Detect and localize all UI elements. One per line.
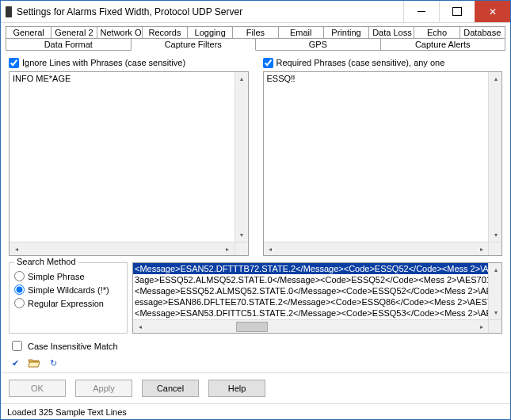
tab-capture-alerts[interactable]: Capture Alerts (380, 38, 506, 51)
radio-regex[interactable]: Regular Expression (14, 296, 122, 310)
radio-simple[interactable]: Simple Phrase (14, 269, 122, 283)
case-insensitive-row[interactable]: Case Insensitive Match (9, 338, 502, 353)
sample-line[interactable]: <Message>ESSQ52.ALMSQ52.STATE.0</Message… (135, 285, 488, 296)
tab-echo[interactable]: Echo (414, 26, 460, 38)
window-title: Settings for Alarms Fixed Width, Protoco… (17, 6, 403, 17)
scroll-corner (235, 242, 248, 255)
case-insensitive-checkbox[interactable] (12, 341, 22, 351)
ignore-label: Ignore Lines with Phrases (case sensitiv… (22, 58, 185, 67)
ignore-checkbox[interactable] (9, 58, 19, 68)
case-insensitive-label: Case Insensitive Match (28, 342, 118, 351)
sample-line[interactable]: <Message>ESAN52.DFTTTB72.STATE.2</Messag… (135, 263, 488, 274)
scrollbar-horizontal[interactable]: ◂ ▸ (10, 242, 235, 255)
settings-window: Settings for Alarms Fixed Width, Protoco… (0, 0, 511, 420)
tab-files[interactable]: Files (232, 26, 278, 38)
scroll-left-icon[interactable]: ◂ (10, 242, 23, 256)
toolbar-icons: ✔ ↻ (9, 357, 502, 369)
radio-input-wild[interactable] (14, 284, 25, 295)
tab-email[interactable]: Email (278, 26, 324, 38)
scroll-up-icon[interactable]: ▴ (489, 263, 502, 277)
scrollbar-horizontal[interactable]: ◂ ▸ (264, 242, 489, 255)
scroll-down-icon[interactable]: ▾ (489, 228, 502, 242)
scroll-up-icon[interactable]: ▴ (489, 72, 502, 86)
check-icon[interactable]: ✔ (9, 357, 21, 369)
required-checkbox-row[interactable]: Required Phrases (case sensitive), any o… (263, 55, 503, 70)
close-button[interactable] (475, 1, 510, 22)
ignore-textbox[interactable]: INFO ME*AGE ▴ ▾ ◂ ▸ (9, 71, 249, 256)
refresh-icon[interactable]: ↻ (47, 357, 59, 369)
minimize-button[interactable] (403, 1, 439, 22)
scroll-corner (488, 319, 501, 333)
sample-line[interactable]: <Message>ESAN53.DFITTC51.STATE.2</Messag… (135, 307, 488, 319)
tab-general-2[interactable]: General 2 (51, 26, 97, 38)
tab-content: Ignore Lines with Phrases (case sensitiv… (1, 51, 510, 372)
scroll-right-icon[interactable]: ▸ (475, 242, 488, 256)
search-method-legend: Search Method (14, 257, 78, 266)
radio-wild[interactable]: Simple Wildcards (!*) (14, 283, 122, 296)
required-pane: Required Phrases (case sensitive), any o… (263, 55, 503, 256)
tab-records[interactable]: Records (142, 26, 188, 38)
scrollbar-vertical[interactable]: ▴ ▾ (488, 263, 501, 319)
scrollbar-horizontal[interactable]: ◂ ▸ (133, 319, 488, 333)
tab-data-format[interactable]: Data Format (6, 38, 132, 51)
scroll-down-icon[interactable]: ▾ (489, 306, 502, 319)
tab-capture-filters[interactable]: Capture Filters (131, 38, 257, 51)
ignore-pane: Ignore Lines with Phrases (case sensitiv… (9, 55, 249, 256)
required-label: Required Phrases (case sensitive), any o… (276, 58, 445, 67)
help-button[interactable]: Help (208, 380, 265, 397)
status-text: Loaded 325 Sample Text Lines (7, 407, 127, 417)
tab-data-loss[interactable]: Data Loss (368, 26, 414, 38)
folder-open-icon[interactable] (28, 357, 40, 369)
required-text: ESSQ‼ (267, 74, 486, 239)
scroll-left-icon[interactable]: ◂ (264, 242, 277, 256)
scroll-corner (488, 242, 501, 255)
scrollbar-vertical[interactable]: ▴ ▾ (235, 72, 248, 242)
maximize-button[interactable] (439, 1, 475, 22)
tab-logging[interactable]: Logging (187, 26, 233, 38)
app-icon (6, 6, 12, 17)
radio-label: Regular Expression (28, 299, 104, 308)
sample-lines: <Message>ESAN52.DFTTTB72.STATE.2</Messag… (135, 263, 488, 319)
tab-gps[interactable]: GPS (255, 38, 381, 51)
radio-input-regex[interactable] (14, 298, 25, 308)
tab-database[interactable]: Database (460, 26, 505, 38)
tabs: GeneralGeneral 2Network OptionsRecordsLo… (1, 23, 510, 51)
tab-printing[interactable]: Printing (323, 26, 369, 38)
apply-button[interactable]: Apply (75, 380, 132, 397)
scroll-right-icon[interactable]: ▸ (221, 242, 235, 256)
button-row: OK Apply Cancel Help (1, 372, 510, 403)
radio-label: Simple Wildcards (!*) (28, 285, 109, 295)
sample-preview[interactable]: <Message>ESAN52.DFTTTB72.STATE.2</Messag… (132, 262, 502, 334)
cancel-button[interactable]: Cancel (142, 380, 199, 397)
scroll-thumb[interactable] (236, 322, 268, 332)
scroll-up-icon[interactable]: ▴ (235, 72, 249, 86)
radio-label: Simple Phrase (28, 272, 85, 281)
required-textbox[interactable]: ESSQ‼ ▴ ▾ ◂ ▸ (263, 71, 503, 256)
scrollbar-vertical[interactable]: ▴ ▾ (488, 72, 501, 242)
ignore-text: INFO ME*AGE (13, 74, 232, 239)
ignore-checkbox-row[interactable]: Ignore Lines with Phrases (case sensitiv… (9, 55, 249, 70)
scroll-down-icon[interactable]: ▾ (235, 228, 249, 242)
sample-line[interactable]: 3age>ESSQ52.ALMSQ52.STATE.0</Message><Co… (135, 274, 488, 285)
search-method-group: Search Method Simple PhraseSimple Wildca… (9, 262, 128, 334)
tab-general[interactable]: General (6, 26, 51, 38)
scroll-left-icon[interactable]: ◂ (133, 320, 147, 334)
required-checkbox[interactable] (263, 58, 273, 68)
status-bar: Loaded 325 Sample Text Lines (1, 403, 510, 419)
titlebar: Settings for Alarms Fixed Width, Protoco… (1, 1, 510, 23)
ok-button[interactable]: OK (9, 380, 66, 397)
radio-input-simple[interactable] (14, 271, 25, 281)
tab-network-options[interactable]: Network Options (97, 26, 143, 38)
scroll-right-icon[interactable]: ▸ (475, 320, 488, 334)
window-buttons (403, 1, 510, 22)
sample-line[interactable]: essage>ESAN86.DFLTEE70.STATE.2</Message>… (135, 296, 488, 307)
